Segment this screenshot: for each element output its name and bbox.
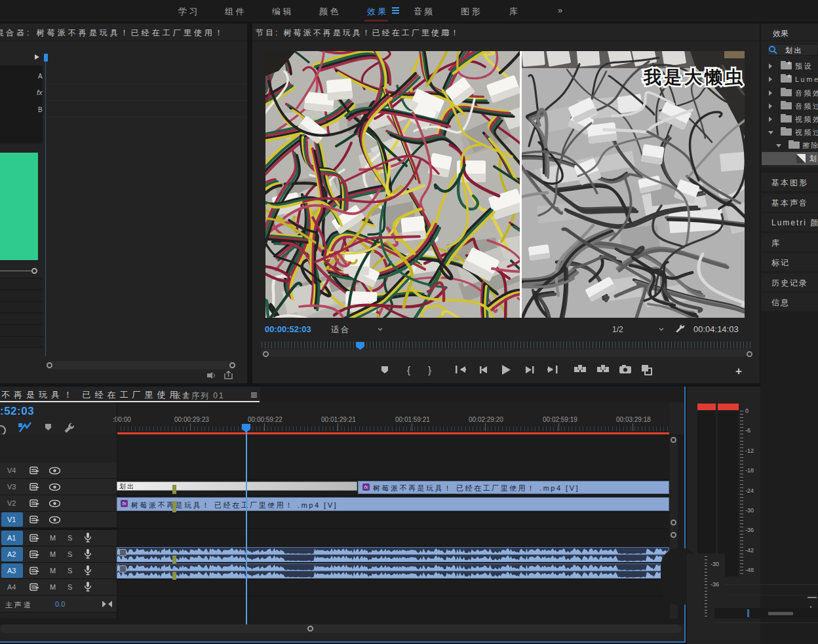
svg-text:{: {	[407, 364, 410, 375]
svg-text:}: }	[428, 364, 431, 375]
svg-text:我是大懒虫: 我是大懒虫	[643, 67, 745, 87]
